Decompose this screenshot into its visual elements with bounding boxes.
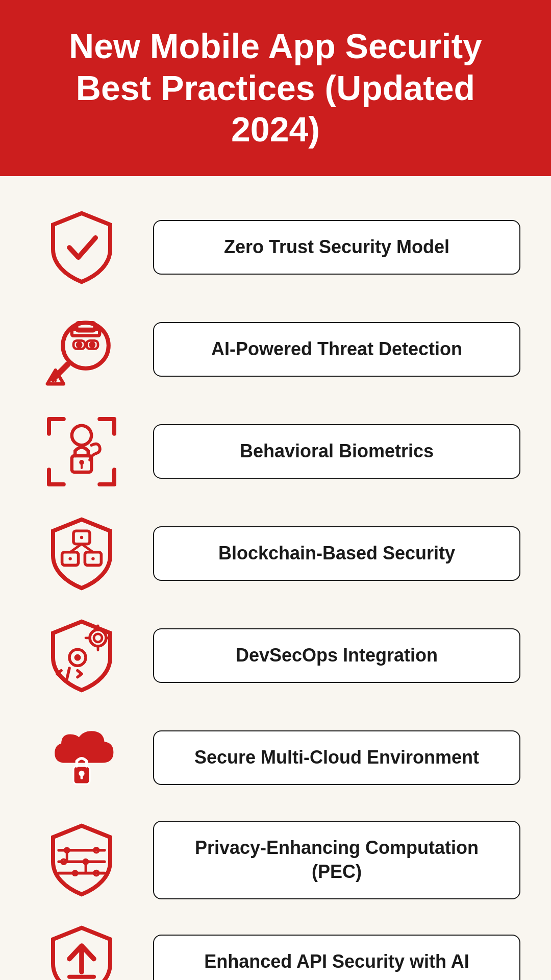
svg-rect-3 [77,323,94,331]
list-item: Blockchain-Based Security [31,513,520,595]
svg-point-12 [72,426,91,445]
pec-label: Privacy-Enhancing Computation (PEC) [174,836,499,884]
behavioral-box[interactable]: Behavioral Biometrics [153,424,520,479]
devsecops-box[interactable]: DevSecOps Integration [153,628,520,683]
list-item: Zero Trust Security Model [31,207,520,288]
page-header: New Mobile App Security Best Practices (… [0,0,551,176]
cloud-lock-icon [31,717,133,799]
svg-point-31 [74,654,81,661]
list-item: Enhanced API Security with AI [31,921,520,980]
biometrics-icon [31,411,133,493]
svg-point-4 [76,341,83,348]
svg-point-11 [54,379,57,382]
svg-point-21 [80,536,83,539]
list-item: AI-Powered Threat Detection [31,309,520,390]
blockchain-box[interactable]: Blockchain-Based Security [153,526,520,581]
list-item: Behavioral Biometrics [31,411,520,493]
api-security-label: Enhanced API Security with AI [204,950,469,974]
svg-point-40 [72,870,79,876]
zero-trust-box[interactable]: Zero Trust Security Model [153,220,520,275]
devsecops-icon [31,615,133,697]
list-item: Privacy-Enhancing Computation (PEC) [31,819,520,901]
ai-threat-label: AI-Powered Threat Detection [211,337,462,361]
svg-point-23 [91,557,94,560]
blockchain-label: Blockchain-Based Security [218,542,455,566]
content-list: Zero Trust Security Model [0,176,551,980]
svg-point-5 [89,341,95,348]
ai-threat-icon [31,309,133,390]
multicloud-label: Secure Multi-Cloud Environment [194,746,479,770]
svg-rect-34 [81,774,83,779]
pec-box[interactable]: Privacy-Enhancing Computation (PEC) [153,821,520,899]
multicloud-box[interactable]: Secure Multi-Cloud Environment [153,730,520,785]
shield-check-icon [31,207,133,288]
api-security-icon [31,921,133,980]
svg-point-25 [94,634,102,642]
svg-point-24 [90,630,106,646]
list-item: Secure Multi-Cloud Environment [31,717,520,799]
api-security-box[interactable]: Enhanced API Security with AI [153,935,520,980]
pec-icon [31,819,133,901]
page-title: New Mobile App Security Best Practices (… [31,26,520,151]
blockchain-icon [31,513,133,595]
behavioral-label: Behavioral Biometrics [240,439,434,463]
devsecops-label: DevSecOps Integration [236,644,438,668]
ai-threat-box[interactable]: AI-Powered Threat Detection [153,322,520,377]
zero-trust-label: Zero Trust Security Model [224,235,449,259]
list-item: DevSecOps Integration [31,615,520,697]
svg-point-22 [68,557,71,560]
